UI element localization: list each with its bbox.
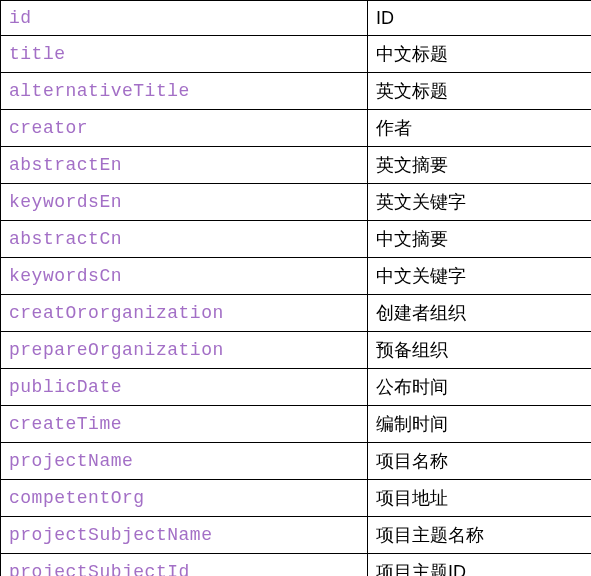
field-val: 编制时间 <box>368 406 592 443</box>
field-key: creator <box>1 110 368 147</box>
field-key: projectSubjectId <box>1 554 368 577</box>
table-row: projectSubjectId 项目主题ID <box>1 554 592 577</box>
field-key: id <box>1 1 368 36</box>
field-val: 中文摘要 <box>368 221 592 258</box>
field-val: 项目名称 <box>368 443 592 480</box>
field-key: title <box>1 36 368 73</box>
field-val: 公布时间 <box>368 369 592 406</box>
field-key: projectSubjectName <box>1 517 368 554</box>
field-key: keywordsEn <box>1 184 368 221</box>
field-key: abstractCn <box>1 221 368 258</box>
field-val: 英文关键字 <box>368 184 592 221</box>
field-key: createTime <box>1 406 368 443</box>
table-row: createTime 编制时间 <box>1 406 592 443</box>
field-val: ID <box>368 1 592 36</box>
table-row: keywordsEn 英文关键字 <box>1 184 592 221</box>
field-val: 项目地址 <box>368 480 592 517</box>
table-row: alternativeTitle 英文标题 <box>1 73 592 110</box>
field-key: projectName <box>1 443 368 480</box>
table-row: projectSubjectName 项目主题名称 <box>1 517 592 554</box>
field-val: 英文摘要 <box>368 147 592 184</box>
field-key: abstractEn <box>1 147 368 184</box>
field-key: prepareOrganization <box>1 332 368 369</box>
field-val: 中文关键字 <box>368 258 592 295</box>
field-val: 创建者组织 <box>368 295 592 332</box>
field-key: alternativeTitle <box>1 73 368 110</box>
table-row: projectName 项目名称 <box>1 443 592 480</box>
table-row: publicDate 公布时间 <box>1 369 592 406</box>
fields-table: id ID title 中文标题 alternativeTitle 英文标题 c… <box>0 0 591 576</box>
table-row: abstractCn 中文摘要 <box>1 221 592 258</box>
field-val: 作者 <box>368 110 592 147</box>
field-key: creatOrorganization <box>1 295 368 332</box>
table-row: keywordsCn 中文关键字 <box>1 258 592 295</box>
table-row: abstractEn 英文摘要 <box>1 147 592 184</box>
field-key: competentOrg <box>1 480 368 517</box>
field-val: 项目主题名称 <box>368 517 592 554</box>
table-row: id ID <box>1 1 592 36</box>
field-val: 英文标题 <box>368 73 592 110</box>
table-row: competentOrg 项目地址 <box>1 480 592 517</box>
table-row: title 中文标题 <box>1 36 592 73</box>
field-val: 项目主题ID <box>368 554 592 577</box>
table-row: prepareOrganization 预备组织 <box>1 332 592 369</box>
field-val: 中文标题 <box>368 36 592 73</box>
table-row: creatOrorganization 创建者组织 <box>1 295 592 332</box>
field-key: keywordsCn <box>1 258 368 295</box>
table-row: creator 作者 <box>1 110 592 147</box>
field-key: publicDate <box>1 369 368 406</box>
field-val: 预备组织 <box>368 332 592 369</box>
